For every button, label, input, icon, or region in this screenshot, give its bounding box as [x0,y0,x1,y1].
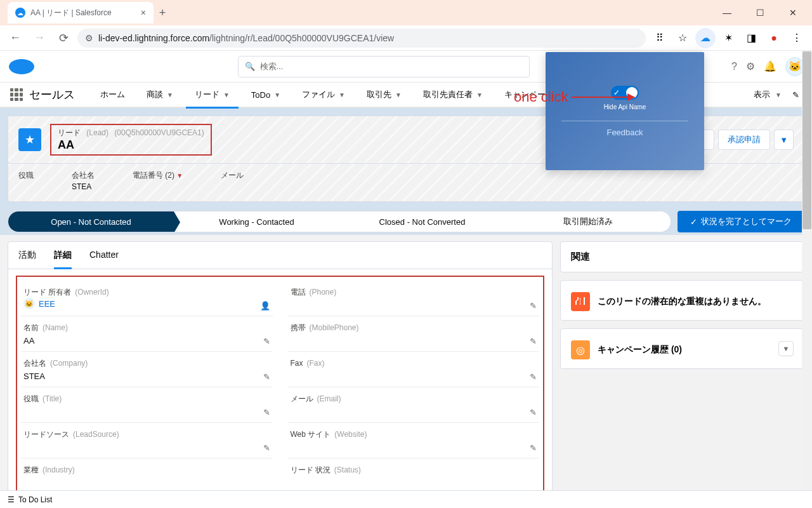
salesforce-logo-icon [8,58,36,76]
path-step[interactable]: Open - Not Contacted [8,211,174,232]
campaign-icon: ◎ [571,340,590,359]
owner-avatar-icon: 🐱 [23,298,35,309]
edit-icon[interactable]: ✎ [530,443,537,453]
path-assistant: Open - Not Contacted Working - Contacted… [8,211,804,232]
chevron-down-icon: ▼ [476,91,483,98]
close-window-icon[interactable]: ✕ [779,3,807,23]
utility-bar: ☰ To Do List [0,490,812,508]
nav-home[interactable]: ホーム [91,82,134,107]
nav-account[interactable]: 取引先▼ [358,82,410,107]
lead-icon: ★ [18,128,41,151]
side-panel-icon[interactable]: ◨ [741,28,761,48]
forward-button[interactable]: → [29,28,49,48]
window-controls: — ☐ ✕ [713,3,807,23]
vertical-scrollbar[interactable] [802,51,812,490]
edit-icon[interactable]: ✎ [530,408,537,417]
new-tab-button[interactable]: + [154,6,171,20]
chevron-down-icon: ▼ [395,91,402,98]
edit-icon[interactable]: ✎ [530,301,537,311]
maximize-icon[interactable]: ☐ [746,3,774,23]
main-column: 活動 詳細 Chatter リード 所有者(OwnerId)🐱EEE👤 電話(P… [8,241,553,506]
chevron-down-icon: ▼ [223,91,230,98]
tab-activity[interactable]: 活動 [18,242,36,269]
more-actions-button[interactable]: ▼ [774,130,794,150]
path-step[interactable]: 取引開始済み [505,211,671,232]
translate-icon[interactable]: ⠿ [650,28,670,48]
reload-button[interactable]: ⟳ [53,28,74,48]
tab-detail[interactable]: 詳細 [54,242,72,269]
owner-link[interactable]: EEE [39,299,55,309]
path-step[interactable]: Working - Contacted [174,211,339,232]
related-card: 関連 [560,241,804,272]
address-bar[interactable]: ⚙ li-dev-ed.lightning.force.com/lightnin… [77,29,646,48]
menu-icon[interactable]: ⋮ [787,28,807,48]
site-settings-icon[interactable]: ⚙ [85,33,93,43]
browser-tab-strip: ☁ AA | リード | Salesforce × + — ☐ ✕ [0,0,812,25]
edit-icon[interactable]: ✎ [530,337,537,346]
feedback-link[interactable]: Feedback [606,128,643,137]
record-name: AA [58,138,204,152]
close-tab-icon[interactable]: × [141,8,146,18]
edit-icon[interactable]: ✎ [263,408,270,417]
extensions-icon[interactable]: ✶ [718,28,738,48]
nav-contact[interactable]: 取引先責任者▼ [414,82,492,107]
duplicates-card: ⛙ このリードの潜在的な重複はありません。 [560,280,804,321]
chevron-down-icon: ▼ [274,91,280,98]
merge-icon: ⛙ [571,292,590,311]
minimize-icon[interactable]: — [713,3,741,23]
extension-icons: ⠿ ☆ ☁ ✶ ◨ ● ⋮ [650,28,807,48]
nav-todo[interactable]: ToDo▼ [242,82,289,107]
todo-list-button[interactable]: To Do List [18,495,52,504]
annotation-arrow: one click [514,89,634,105]
nav-lead[interactable]: リード▼ [186,82,239,107]
mark-complete-button[interactable]: ✓ 状況を完了としてマーク [678,211,804,232]
app-launcher-icon[interactable] [8,86,25,104]
profile-icon[interactable]: ● [764,28,784,48]
browser-tab[interactable]: ☁ AA | リード | Salesforce × [8,2,154,23]
tab-chatter[interactable]: Chatter [89,242,119,269]
change-owner-icon[interactable]: 👤 [260,301,270,311]
edit-icon[interactable]: ✎ [263,337,270,346]
salesforce-extension-icon[interactable]: ☁ [695,28,716,48]
help-icon[interactable]: ? [731,61,737,72]
svg-point-0 [9,59,34,74]
record-title-box: リード (Lead) (00Q5h00000VU9GCEA1) AA [50,124,212,156]
tab-title: AA | リード | Salesforce [30,8,136,18]
scrollbar-thumb[interactable] [802,51,811,229]
campaign-history-card: ◎ キャンペーン履歴 (0) ▼ [560,328,804,369]
salesforce-favicon-icon: ☁ [15,8,25,18]
global-search[interactable]: 🔍 検索... [238,56,530,77]
record-tabs: 活動 詳細 Chatter [8,242,552,269]
setup-gear-icon[interactable]: ⚙ [746,60,755,72]
approve-button[interactable]: 承認申請 [718,130,770,150]
side-column: 関連 ⛙ このリードの潜在的な重複はありません。 ◎ キャンペーン履歴 (0) … [560,241,804,506]
search-icon: 🔍 [245,62,255,71]
header-utilities: ? ⚙ 🔔 🐱 [731,57,804,76]
nav-opportunity[interactable]: 商談▼ [138,82,182,107]
path-step[interactable]: Closed - Not Converted [339,211,505,232]
app-name: セールス [29,87,75,102]
chevron-down-icon: ▼ [167,91,173,98]
display-label: 表示 [754,89,770,100]
browser-toolbar: ← → ⟳ ⚙ li-dev-ed.lightning.force.com/li… [0,25,812,51]
detail-fields: リード 所有者(OwnerId)🐱EEE👤 電話(Phone)✎ 名前(Name… [16,276,544,499]
back-button[interactable]: ← [5,28,25,48]
chevron-down-icon: ▼ [339,91,345,98]
edit-icon[interactable]: ✎ [263,372,270,382]
nav-file[interactable]: ファイル▼ [293,82,354,107]
edit-icon[interactable]: ✎ [263,443,270,453]
expand-button[interactable]: ▼ [778,341,794,356]
notifications-icon[interactable]: 🔔 [764,60,776,72]
todo-list-icon[interactable]: ☰ [8,495,15,504]
divider [561,121,688,121]
edit-icon[interactable]: ✎ [530,372,537,382]
bookmark-icon[interactable]: ☆ [672,28,693,48]
chevron-down-icon[interactable]: ▼ [775,91,782,98]
extension-popup: ✓ Hide Api Name Feedback [546,52,704,170]
